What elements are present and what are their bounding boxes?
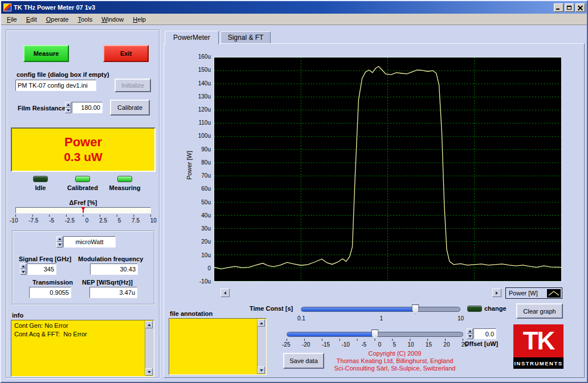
clear-graph-button[interactable]: Clear graph <box>516 303 563 319</box>
spin-down-icon[interactable] <box>56 242 63 248</box>
measuring-led <box>117 176 132 182</box>
menu-item-window[interactable]: Window <box>97 14 128 24</box>
spin-down-icon[interactable] <box>467 334 473 340</box>
initialize-button[interactable]: Initialize <box>115 79 151 92</box>
unit-selector[interactable]: microWatt <box>63 236 116 248</box>
fref-tick-marks <box>15 215 151 217</box>
unit-selector-spinner[interactable] <box>56 236 63 248</box>
tab-powermeter[interactable]: PowerMeter <box>165 31 219 44</box>
time-const-fill <box>301 307 415 311</box>
film-resistance-label: Film Resistance <box>18 105 66 112</box>
measure-button[interactable]: Measure <box>23 45 69 62</box>
legend-line-swatch <box>547 289 561 298</box>
transmission-value[interactable] <box>29 287 71 298</box>
signal-freq-label: Signal Freq [GHz] <box>19 256 71 262</box>
offset-spinner[interactable] <box>467 328 473 339</box>
power-display: Power 0.3 uW <box>11 127 156 172</box>
spin-up-icon[interactable] <box>56 236 63 242</box>
led-label-calibrated: Calibrated <box>60 184 105 191</box>
signal-freq-spinner[interactable] <box>20 263 26 275</box>
tab-strip: PowerMeterSignal & FT <box>165 30 272 44</box>
plot-legend[interactable]: Power [W] <box>505 287 562 299</box>
led-row: IdleCalibratedMeasuring <box>6 176 160 201</box>
offset-label: Offset [uW] <box>464 340 498 347</box>
offset-input[interactable] <box>473 328 496 339</box>
scroll-up-icon[interactable] <box>145 321 153 328</box>
fref-slider[interactable] <box>15 207 151 213</box>
led-label-measuring: Measuring <box>102 184 148 191</box>
scroll-down-icon[interactable] <box>145 368 153 376</box>
annotation-scrollbar[interactable] <box>257 319 266 374</box>
modulation-freq-label: Modulation frequency <box>78 256 143 262</box>
menu-item-help[interactable]: Help <box>128 14 150 24</box>
file-annotation-label: file annotation <box>170 310 213 317</box>
spin-up-icon[interactable] <box>20 263 26 269</box>
time-const-thumb[interactable] <box>412 304 419 314</box>
x-scroll-right-icon[interactable] <box>492 289 501 297</box>
spin-down-icon[interactable] <box>20 269 26 275</box>
exit-button[interactable]: Exit <box>103 45 149 62</box>
fref-pointer[interactable] <box>83 208 84 213</box>
tk-logo-mark: TK <box>513 324 564 357</box>
calibrate-button[interactable]: Calibrate <box>110 100 150 116</box>
time-const-scale: 0.1110 <box>297 315 464 322</box>
power-display-value: 0.3 uW <box>64 150 103 164</box>
nep-value <box>89 287 137 298</box>
offset-fill <box>287 332 375 336</box>
config-file-input[interactable] <box>15 80 96 91</box>
info-label: info <box>12 312 23 319</box>
info-text: Cont Gen: No ErrorCont Acq & FFT: No Err… <box>14 322 142 339</box>
led-unit-calibrated: Calibrated <box>60 176 105 191</box>
title-bar[interactable]: TK THz Power Meter 07 1v3 <box>1 1 587 14</box>
menu-item-operate[interactable]: Operate <box>42 14 74 24</box>
x-scroll-left-icon[interactable] <box>220 289 230 297</box>
tk-instruments-logo: TK INSTRUMENTS <box>513 324 564 369</box>
tab-signal-ft[interactable]: Signal & FT <box>220 31 271 44</box>
time-const-slider[interactable] <box>301 307 460 312</box>
nep-label: NEP [W/Sqrt(Hz)] <box>82 279 133 286</box>
app-window: TK THz Power Meter 07 1v3 FileEditOperat… <box>0 0 588 383</box>
time-const-label: Time Const [s] <box>250 305 293 312</box>
offset-tick-marks <box>287 339 463 341</box>
app-icon <box>3 3 11 11</box>
led-unit-measuring: Measuring <box>102 176 148 191</box>
offset-slider[interactable] <box>287 332 463 337</box>
scroll-down-icon[interactable] <box>258 366 265 374</box>
change-led-label: change <box>484 305 507 312</box>
info-scrollbar[interactable] <box>145 321 153 376</box>
led-label-idle: Idle <box>18 184 63 191</box>
control-panel: Measure Exit config file (dialog box if … <box>6 30 160 378</box>
minimize-button-icon[interactable] <box>554 3 564 12</box>
spin-up-icon[interactable] <box>65 102 71 108</box>
maximize-button-icon[interactable] <box>565 3 574 12</box>
menu-item-file[interactable]: File <box>2 14 22 24</box>
spin-down-icon[interactable] <box>65 108 71 113</box>
legend-label: Power [W] <box>509 290 538 296</box>
file-annotation-area[interactable] <box>169 318 267 375</box>
modulation-freq-value <box>90 263 138 275</box>
spin-up-icon[interactable] <box>467 328 473 334</box>
menu-bar: FileEditOperateToolsWindowHelp <box>1 14 587 25</box>
window-title: TK THz Power Meter 07 1v3 <box>14 4 553 11</box>
change-led <box>467 306 482 312</box>
menu-item-tools[interactable]: Tools <box>73 14 97 24</box>
menu-item-edit[interactable]: Edit <box>22 14 42 24</box>
led-unit-idle: Idle <box>18 176 63 191</box>
close-button-icon[interactable] <box>575 3 585 12</box>
info-text-area[interactable]: Cont Gen: No ErrorCont Acq & FFT: No Err… <box>11 320 154 377</box>
signal-freq-input[interactable] <box>27 263 56 275</box>
film-resistance-input[interactable] <box>72 102 103 113</box>
y-axis-ticks: 160u150u140u130u120u110u100u90u80u70u60u… <box>190 57 211 282</box>
fref-scale-labels: -10-7.5-5-2.502.557.510 <box>10 217 157 224</box>
film-resistance-spinner[interactable] <box>65 102 71 113</box>
offset-thumb[interactable] <box>371 330 379 339</box>
waveform-chart[interactable] <box>214 57 562 282</box>
scroll-up-icon[interactable] <box>258 319 265 327</box>
plot-svg <box>214 57 561 281</box>
copyright: Copyright (C) 2009Thomas Keating Ltd, Bi… <box>309 350 480 372</box>
offset-scale: -25-20-15-10-50510152025 <box>282 341 468 348</box>
power-display-title: Power <box>64 135 102 150</box>
fref-scale-label: ΔFref [%] <box>6 199 160 206</box>
config-file-label: config file (dialog box if empty) <box>17 71 109 78</box>
idle-led <box>33 176 48 182</box>
